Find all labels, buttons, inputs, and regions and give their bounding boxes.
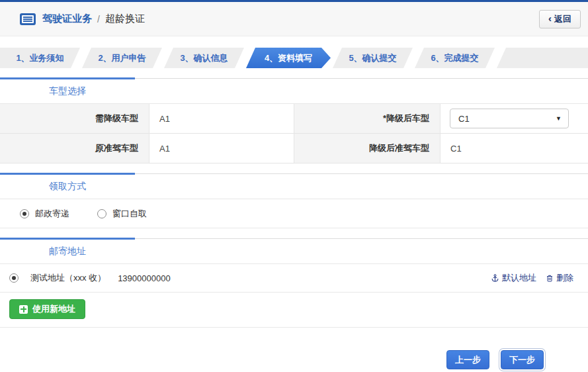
page-header: 驾驶证业务 / 超龄换证 ‹ 返回 xyxy=(0,2,588,36)
wizard-step-label: 4、资料填写 xyxy=(265,52,312,64)
section-title-row: 邮寄地址 xyxy=(0,240,588,264)
address-entry-row: 测试地址（xxx 收） 13900000000 默认地址 xyxy=(0,264,588,293)
section-rule xyxy=(0,238,588,240)
field-cell-downgrade-to: C1 ▼ xyxy=(440,104,588,134)
use-new-address-label: 使用新地址 xyxy=(32,303,75,315)
default-address-label: 默认地址 xyxy=(502,272,536,284)
section-rule-accent xyxy=(0,77,135,79)
use-new-address-button[interactable]: 使用新地址 xyxy=(9,299,85,319)
delete-address-link[interactable]: 删除 xyxy=(546,272,573,284)
section-vehicle-type: 车型选择 需降级车型 A1 *降级后车型 C1 ▼ 原准驾车型 A1 降级后准驾… xyxy=(0,77,588,163)
section-title-row: 领取方式 xyxy=(0,175,588,199)
address-text: 测试地址（xxx 收） xyxy=(30,272,106,284)
address-phone: 13900000000 xyxy=(118,273,171,283)
section-rule xyxy=(0,173,588,175)
page: 驾驶证业务 / 超龄换证 ‹ 返回 1、业务须知 2、用户申告 3、确认信息 4… xyxy=(0,0,588,372)
anchor-icon xyxy=(491,273,499,283)
chevron-left-icon: ‹ xyxy=(548,13,552,23)
wizard-step-4-active[interactable]: 4、资料填写 xyxy=(246,48,331,68)
wizard-step-label: 5、确认提交 xyxy=(349,52,396,64)
delete-address-label: 删除 xyxy=(556,272,573,284)
breadcrumb-current: 超龄换证 xyxy=(105,13,145,25)
chevron-down-icon: ▼ xyxy=(556,115,562,122)
section-pickup-method: 领取方式 邮政寄递 窗口自取 xyxy=(0,173,588,228)
section-rule-accent xyxy=(0,238,135,240)
field-value-class-after-downgrade: C1 xyxy=(440,134,588,163)
step-wizard: 1、业务须知 2、用户申告 3、确认信息 4、资料填写 5、确认提交 6、完成提… xyxy=(0,48,588,68)
section-rule-accent xyxy=(0,173,135,175)
vehicle-type-table: 需降级车型 A1 *降级后车型 C1 ▼ 原准驾车型 A1 降级后准驾车型 C1 xyxy=(0,104,588,163)
pickup-option-window[interactable]: 窗口自取 xyxy=(97,208,147,220)
field-label-downgrade-to: *降级后车型 xyxy=(294,104,440,134)
wizard-step-6[interactable]: 6、完成提交 xyxy=(415,48,495,68)
field-label-original-class: 原准驾车型 xyxy=(0,134,149,163)
breadcrumb-root[interactable]: 驾驶证业务 xyxy=(42,13,92,25)
section-rule xyxy=(0,77,588,79)
wizard-step-2[interactable]: 2、用户申告 xyxy=(82,48,162,68)
wizard-step-1[interactable]: 1、业务须知 xyxy=(0,48,80,68)
list-icon xyxy=(20,13,36,25)
field-value-original-class: A1 xyxy=(149,134,294,163)
section-title: 车型选择 xyxy=(0,85,135,97)
wizard-filler xyxy=(497,48,588,68)
trash-icon xyxy=(546,274,554,283)
radio-unselected-icon[interactable] xyxy=(97,209,106,218)
section-mailing-address: 邮寄地址 测试地址（xxx 收） 13900000000 默认地址 xyxy=(0,238,588,328)
previous-step-button[interactable]: 上一步 xyxy=(446,350,489,369)
address-radio-selected[interactable] xyxy=(9,273,19,283)
field-label-class-after-downgrade: 降级后准驾车型 xyxy=(294,134,440,163)
back-button[interactable]: ‹ 返回 xyxy=(539,10,581,28)
section-title: 邮寄地址 xyxy=(0,246,135,257)
footer-actions: 上一步 下一步 xyxy=(0,328,588,372)
downgrade-type-selected-value: C1 xyxy=(458,114,470,124)
default-address-link[interactable]: 默认地址 xyxy=(491,272,536,284)
breadcrumb-separator: / xyxy=(97,14,100,24)
wizard-step-5[interactable]: 5、确认提交 xyxy=(333,48,413,68)
plus-icon xyxy=(19,305,28,314)
wizard-step-label: 6、完成提交 xyxy=(431,52,478,64)
downgrade-type-select[interactable]: C1 ▼ xyxy=(450,109,569,128)
field-value-need-downgrade: A1 xyxy=(149,104,294,134)
pickup-option-label: 邮政寄递 xyxy=(35,208,69,220)
next-step-button[interactable]: 下一步 xyxy=(501,350,544,369)
wizard-step-3[interactable]: 3、确认信息 xyxy=(164,48,244,68)
address-actions: 默认地址 删除 xyxy=(491,272,573,284)
pickup-option-postal[interactable]: 邮政寄递 xyxy=(20,208,69,220)
back-label: 返回 xyxy=(554,13,571,25)
wizard-step-label: 3、确认信息 xyxy=(180,52,228,64)
pickup-options-row: 邮政寄递 窗口自取 xyxy=(0,199,588,228)
field-label-need-downgrade: 需降级车型 xyxy=(0,104,149,134)
add-address-row: 使用新地址 xyxy=(0,293,588,328)
wizard-step-label: 1、业务须知 xyxy=(16,52,63,64)
pickup-option-label: 窗口自取 xyxy=(112,208,147,220)
section-title-row: 车型选择 xyxy=(0,79,588,104)
wizard-step-label: 2、用户申告 xyxy=(98,52,146,64)
section-title: 领取方式 xyxy=(0,181,135,193)
radio-selected-icon[interactable] xyxy=(20,209,29,218)
